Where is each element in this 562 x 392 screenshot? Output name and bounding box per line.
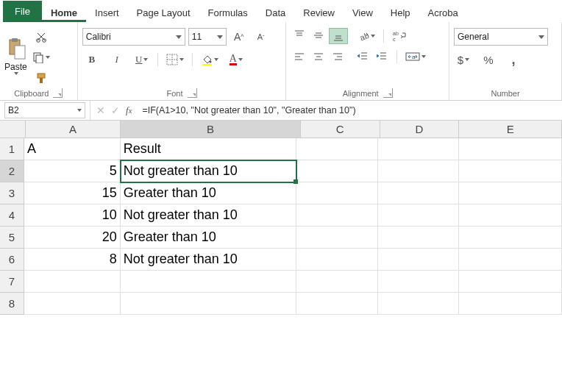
column-header-E[interactable]: E [459,121,562,138]
cell-A3[interactable]: 15 [24,182,121,204]
font-color-button[interactable]: A [227,51,246,68]
cell-A6[interactable]: 8 [24,249,121,271]
row-header-8[interactable]: 8 [0,293,24,315]
align-right-button[interactable] [329,49,346,64]
cell-C4[interactable] [296,204,377,227]
cell-C1[interactable] [296,138,377,160]
cell-B6[interactable]: Not greater than 10 [121,249,297,271]
percent-button[interactable]: % [479,51,498,68]
number-format-select[interactable]: General [454,28,548,46]
paste-button[interactable]: Paste [4,25,27,86]
align-left-button[interactable] [291,49,308,64]
cell-C2[interactable] [296,160,377,182]
dialog-launcher-clipboard[interactable] [53,88,63,98]
wrap-text-button[interactable]: abc [390,28,409,44]
row-header-5[interactable]: 5 [0,227,24,249]
select-all-corner[interactable] [0,121,26,138]
orientation-button[interactable]: ab [355,28,377,44]
cell-E5[interactable] [459,227,562,249]
font-face-select[interactable]: Calibri [82,28,185,46]
row-header-2[interactable]: 2 [0,160,24,182]
cell-B2[interactable]: Not greater than 10 [121,160,297,182]
decrease-indent-button[interactable] [354,49,371,64]
cell-D5[interactable] [378,227,459,249]
cell-B1[interactable]: Result [121,138,297,160]
cell-E8[interactable] [459,293,562,315]
currency-button[interactable]: $ [454,51,473,68]
align-middle-button[interactable] [310,28,327,43]
row-header-1[interactable]: 1 [0,138,24,160]
cell-B3[interactable]: Greater than 10 [121,182,297,204]
column-header-B[interactable]: B [121,121,300,138]
tab-review[interactable]: Review [294,3,344,22]
cell-E3[interactable] [459,182,562,204]
cell-C8[interactable] [296,293,377,315]
cell-E6[interactable] [459,249,562,271]
cell-A7[interactable] [24,271,121,293]
cell-A4[interactable]: 10 [24,204,121,227]
tab-acrobat[interactable]: Acroba [419,3,467,22]
borders-button[interactable] [164,51,186,68]
cell-D7[interactable] [378,271,459,293]
underline-button[interactable]: U [132,51,152,68]
cell-E4[interactable] [459,204,562,227]
enter-formula-button[interactable]: ✓ [111,104,120,116]
row-header-4[interactable]: 4 [0,204,24,227]
cell-A8[interactable] [24,293,121,315]
bold-button[interactable]: B [82,51,102,68]
fx-button[interactable]: fx [126,104,132,116]
tab-help[interactable]: Help [382,3,419,22]
cell-E7[interactable] [459,271,562,293]
tab-file[interactable]: File [3,1,42,22]
cell-D8[interactable] [378,293,459,315]
tab-page-layout[interactable]: Page Layout [128,3,199,22]
cell-D2[interactable] [378,160,459,182]
formula-input[interactable]: =IF(A1>10, "Not greater than 10", "Great… [138,105,562,115]
cell-C7[interactable] [296,271,377,293]
cell-A2[interactable]: 5 [24,160,121,182]
cell-C5[interactable] [296,227,377,249]
fill-color-button[interactable] [199,51,221,68]
tab-home[interactable]: Home [42,3,86,22]
row-header-6[interactable]: 6 [0,249,24,271]
cancel-formula-button[interactable]: ✕ [96,104,105,116]
dialog-launcher-alignment[interactable] [383,88,393,98]
cell-B5[interactable]: Greater than 10 [121,227,297,249]
merge-center-button[interactable]: a [403,49,428,65]
cell-C3[interactable] [296,182,377,204]
cut-button[interactable] [32,29,51,45]
decrease-font-button[interactable]: Aˇ [252,29,271,45]
cell-D4[interactable] [378,204,459,227]
column-header-C[interactable]: C [301,121,380,138]
column-header-A[interactable]: A [26,121,121,138]
cell-E1[interactable] [459,138,562,160]
tab-data[interactable]: Data [257,3,294,22]
cell-A1[interactable]: A [24,138,121,160]
row-header-3[interactable]: 3 [0,182,24,204]
cell-B7[interactable] [121,271,297,293]
cell-B8[interactable] [121,293,297,315]
font-size-select[interactable]: 11 [188,28,227,46]
cell-D6[interactable] [378,249,459,271]
cell-C6[interactable] [296,249,377,271]
tab-formulas[interactable]: Formulas [199,3,257,22]
tab-insert[interactable]: Insert [86,3,128,22]
comma-style-button[interactable]: , [504,51,523,68]
format-painter-button[interactable] [32,70,51,86]
name-box[interactable]: B2 [4,102,85,118]
increase-indent-button[interactable] [373,49,391,64]
row-header-7[interactable]: 7 [0,271,24,293]
column-header-D[interactable]: D [380,121,460,138]
cell-A5[interactable]: 20 [24,227,121,249]
cell-B4[interactable]: Not greater than 10 [121,204,297,227]
align-bottom-button[interactable] [329,28,348,44]
align-center-button[interactable] [310,49,327,64]
cell-D1[interactable] [378,138,459,160]
cell-E2[interactable] [459,160,562,182]
tab-view[interactable]: View [344,3,382,22]
dialog-launcher-font[interactable] [188,88,197,98]
cell-D3[interactable] [378,182,459,204]
increase-font-button[interactable]: A^ [230,29,249,45]
copy-button[interactable] [30,49,52,65]
italic-button[interactable]: I [107,51,127,68]
